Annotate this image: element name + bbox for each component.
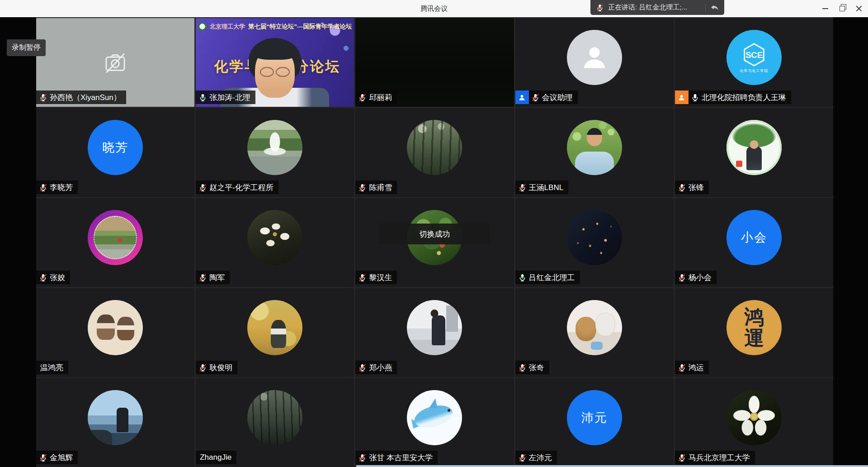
participant-nameplate: 张奇 <box>515 361 549 374</box>
avatar-badge <box>88 210 143 265</box>
window-controls <box>817 0 867 17</box>
mic-on-icon <box>691 93 699 102</box>
mic-muted-icon <box>358 273 367 282</box>
mic-muted-icon <box>198 183 207 192</box>
avatar-photo <box>567 210 622 265</box>
participant-name: 邱丽莉 <box>369 92 392 103</box>
mic-muted-icon <box>358 93 367 102</box>
mic-muted-icon <box>678 273 686 282</box>
mic-muted-icon <box>518 453 527 462</box>
mic-muted-icon <box>531 93 540 102</box>
scce-caption: 化学与化工学院 <box>740 68 768 73</box>
participant-nameplate: 孙西艳（XiyanSun） <box>36 91 126 104</box>
tile-zhao-zhiping[interactable]: 赵之平-化学工程所 <box>196 108 354 197</box>
tile-zhang-jiao[interactable]: 张姣 <box>36 198 194 287</box>
participant-name: ZhangJie <box>200 453 231 462</box>
tile-yang-xiaohui[interactable]: 小会 杨小会 <box>675 198 833 287</box>
tile-chen-fuxue[interactable]: 陈甫雪 <box>355 108 514 197</box>
mic-muted-icon <box>39 453 47 462</box>
restore-button[interactable] <box>834 0 850 17</box>
mic-speaking-icon <box>198 93 207 102</box>
host-badge-icon <box>515 91 529 104</box>
avatar-placeholder <box>567 30 622 85</box>
pill-divider <box>705 4 706 12</box>
participant-nameplate: 金旭辉 <box>36 451 78 464</box>
speaking-indicator-pill[interactable]: 正在讲话: 吕红金北理工;... <box>590 0 724 15</box>
participant-nameplate: 会议助理 <box>515 91 578 104</box>
mic-muted-icon <box>678 453 686 462</box>
tile-tao-jun[interactable]: 陶军 <box>196 198 354 287</box>
avatar-photo <box>247 300 302 355</box>
participant-name: 张奇 <box>529 362 544 373</box>
avatar-photo <box>726 390 782 445</box>
tile-jin-xuhui[interactable]: 金旭辉 <box>36 378 194 467</box>
bit-logo-icon <box>198 22 207 31</box>
participant-nameplate: 张姣 <box>36 271 70 284</box>
participant-nameplate: 黎汉生 <box>355 271 397 284</box>
meeting-stage: 孙西艳（XiyanSun） 北京理工大学 第七届“特立论坛”—国际青年学者论坛 … <box>0 17 868 467</box>
avatar-photo <box>407 120 462 175</box>
participant-nameplate: 张加涛-北理 <box>196 91 255 104</box>
participant-name: 会议助理 <box>542 92 573 103</box>
avatar-photo <box>88 300 143 355</box>
forum-banner-text: 第七届“特立论坛”—国际青年学者论坛 <box>248 23 352 31</box>
tile-li-xiaofang[interactable]: 晓芳 李晓芳 <box>36 108 194 197</box>
tile-li-hansheng[interactable]: 切换成功 黎汉生 <box>355 198 514 287</box>
participant-name: 陶军 <box>209 272 225 283</box>
participant-name: 杨小会 <box>689 272 712 283</box>
tile-wang-lin[interactable]: SCE 化学与化工学院 北理化院招聘负责人王琳 <box>675 18 833 107</box>
mic-muted-icon <box>596 4 604 12</box>
avatar-calligraphy: 鸿運 <box>726 300 782 355</box>
participant-nameplate: 耿俊明 <box>196 361 237 374</box>
tile-geng-junming[interactable]: 耿俊明 <box>196 288 354 377</box>
close-button[interactable] <box>850 0 867 17</box>
close-icon <box>856 5 862 12</box>
reply-arrow-icon[interactable] <box>710 3 719 12</box>
avatar-photo <box>247 120 302 175</box>
avatar-initials-text: 小会 <box>741 229 767 246</box>
tile-zhang-qi[interactable]: 张奇 <box>515 288 674 377</box>
tile-zuo-peiyuan[interactable]: 沛元 左沛元 <box>515 378 674 467</box>
mic-muted-icon <box>198 273 207 282</box>
tile-zhangjie[interactable]: ZhangJie <box>196 378 354 467</box>
speaking-text: 正在讲话: 吕红金北理工;... <box>608 3 687 12</box>
tile-ma-bing[interactable]: 马兵北京理工大学 <box>675 378 833 467</box>
minimize-button[interactable] <box>817 0 834 17</box>
tile-qiu-lili[interactable]: 邱丽莉 <box>355 18 514 107</box>
university-name: 北京理工大学 <box>210 23 245 31</box>
recording-paused-badge[interactable]: 录制暂停 <box>7 39 46 56</box>
mic-muted-icon <box>518 183 527 192</box>
window-title: 腾讯会议 <box>0 0 868 17</box>
avatar-photo <box>247 390 302 445</box>
participant-name: 马兵北京理工大学 <box>689 453 750 463</box>
tile-lv-hongjin[interactable]: 吕红金北理工 <box>515 198 674 287</box>
tile-hong-yun[interactable]: 鸿運 鸿运 <box>675 288 833 377</box>
avatar-initials: 小会 <box>726 210 782 265</box>
avatar-photo <box>88 390 143 445</box>
avatar-scce-logo: SCE 化学与化工学院 <box>726 30 782 85</box>
tile-meeting-assistant[interactable]: 会议助理 <box>515 18 674 107</box>
camera-off-icon <box>103 52 127 73</box>
tile-wang-han[interactable]: 王涵LBNL <box>515 108 674 197</box>
tile-wen-hongliang[interactable]: 温鸿亮 <box>36 288 194 377</box>
tile-zhang-gan[interactable]: 张甘 本古里安大学 <box>355 378 514 467</box>
mic-muted-icon <box>678 183 686 192</box>
participant-name: 张甘 本古里安大学 <box>369 453 433 463</box>
participant-nameplate: 郑小燕 <box>355 361 397 374</box>
tile-zheng-xiaoyan[interactable]: 郑小燕 <box>355 288 514 377</box>
participant-nameplate: 杨小会 <box>675 271 717 284</box>
participant-name: 孙西艳（XiyanSun） <box>50 92 121 103</box>
scce-hexagon-icon: SCE <box>741 42 767 68</box>
virtual-bg-header: 北京理工大学 第七届“特立论坛”—国际青年学者论坛 <box>196 22 354 31</box>
mic-muted-icon <box>198 363 207 372</box>
participant-nameplate: 李晓芳 <box>36 181 78 194</box>
mic-speaking-icon <box>518 273 527 282</box>
participant-nameplate: 张锋 <box>675 181 709 194</box>
participant-nameplate: 王涵LBNL <box>515 181 569 194</box>
tile-zhang-feng[interactable]: 张锋 <box>675 108 833 197</box>
mic-muted-icon <box>358 183 367 192</box>
avatar-initials-text: 晓芳 <box>102 139 128 156</box>
mic-muted-icon <box>678 363 686 372</box>
tile-sun-xiyan[interactable]: 孙西艳（XiyanSun） <box>36 18 194 107</box>
tile-zhang-jiatao[interactable]: 北京理工大学 第七届“特立论坛”—国际青年学者论坛 化学与 分论坛 张加涛-北理 <box>196 18 354 107</box>
